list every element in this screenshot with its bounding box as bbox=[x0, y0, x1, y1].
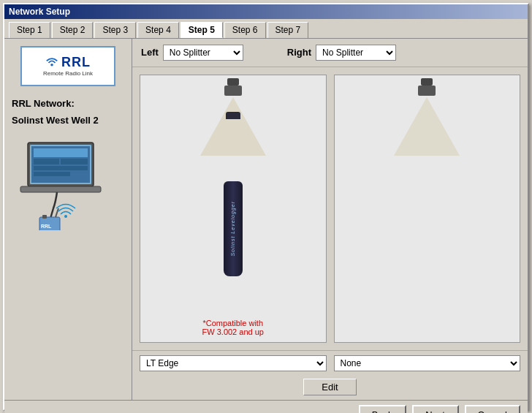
svg-rect-8 bbox=[34, 172, 70, 176]
main-window: Network Setup Step 1 Step 2 Step 3 Step … bbox=[3, 3, 529, 411]
logo-box: RRL Remote Radio Link bbox=[20, 46, 115, 86]
next-underline: N bbox=[425, 409, 432, 414]
svg-point-14 bbox=[64, 215, 67, 218]
splitter-row: Left No Splitter Right No Splitter bbox=[132, 39, 528, 67]
sensor-area: Solinst Levelogger *Compatible withFW 3.… bbox=[132, 67, 528, 350]
svg-rect-6 bbox=[61, 159, 88, 164]
svg-text:RRL: RRL bbox=[41, 224, 52, 229]
main-panel: Left No Splitter Right No Splitter bbox=[132, 39, 528, 400]
svg-rect-19 bbox=[418, 86, 436, 96]
right-sensor-slot bbox=[334, 75, 521, 343]
svg-marker-20 bbox=[394, 97, 460, 156]
signal-icon bbox=[45, 56, 58, 69]
svg-rect-4 bbox=[34, 148, 88, 157]
right-splitter-select[interactable]: No Splitter bbox=[316, 45, 396, 61]
tab-step4[interactable]: Step 4 bbox=[137, 22, 179, 38]
cancel-button[interactable]: Cancel bbox=[465, 405, 520, 414]
tab-step2[interactable]: Step 2 bbox=[52, 22, 94, 38]
right-splitter-label: Right bbox=[287, 47, 311, 58]
tab-step1[interactable]: Step 1 bbox=[9, 22, 50, 38]
back-button[interactable]: Back bbox=[359, 405, 406, 414]
svg-rect-15 bbox=[227, 78, 239, 86]
logo-text: RRL bbox=[61, 55, 91, 70]
bottom-selectors: LT Edge None LT Gold None LT Edge LT Gol… bbox=[132, 350, 528, 376]
laptop-illustration: RRL bbox=[13, 135, 123, 230]
tab-step7[interactable]: Step 7 bbox=[267, 22, 309, 38]
window-title: Network Setup bbox=[9, 7, 70, 17]
tabs-bar: Step 1 Step 2 Step 3 Step 4 Step 5 Step … bbox=[4, 19, 528, 39]
right-sensor-select-group: None LT Edge LT Gold bbox=[334, 355, 521, 371]
levelogger-label: Solinst Levelogger bbox=[230, 201, 235, 257]
left-splitter-select[interactable]: No Splitter bbox=[163, 45, 243, 61]
edit-button[interactable]: Edit bbox=[303, 379, 356, 395]
svg-rect-5 bbox=[34, 159, 59, 164]
sidebar: RRL Remote Radio Link RRL Network: Solin… bbox=[4, 39, 132, 400]
cancel-underline: C bbox=[478, 409, 484, 414]
left-sensor-slot: Solinst Levelogger *Compatible withFW 3.… bbox=[140, 75, 327, 343]
svg-point-0 bbox=[50, 63, 53, 66]
edit-row: Edit bbox=[132, 376, 528, 400]
tab-step3[interactable]: Step 3 bbox=[94, 22, 136, 38]
svg-line-13 bbox=[56, 208, 58, 217]
left-splitter-group: Left No Splitter bbox=[141, 45, 243, 61]
network-name: Solinst West Well 2 bbox=[12, 115, 99, 126]
logo-signal: RRL bbox=[45, 55, 91, 70]
tab-step6[interactable]: Step 6 bbox=[224, 22, 266, 38]
content-area: RRL Remote Radio Link RRL Network: Solin… bbox=[4, 39, 528, 400]
svg-rect-11 bbox=[42, 215, 47, 219]
footer-bar: Back Next Cancel bbox=[4, 400, 528, 414]
levelogger-device: Solinst Levelogger bbox=[224, 181, 243, 276]
right-splitter-group: Right No Splitter bbox=[287, 45, 396, 61]
network-label: RRL Network: bbox=[12, 98, 75, 109]
left-sensor-select-group: LT Edge None LT Gold bbox=[140, 355, 327, 371]
title-bar: Network Setup bbox=[4, 4, 528, 19]
left-sensor-select[interactable]: LT Edge None LT Gold bbox=[140, 355, 327, 371]
back-underline: B bbox=[372, 409, 379, 414]
svg-rect-7 bbox=[34, 166, 88, 170]
svg-rect-16 bbox=[224, 86, 242, 96]
tab-step5[interactable]: Step 5 bbox=[180, 22, 223, 38]
svg-rect-9 bbox=[20, 186, 101, 192]
left-splitter-label: Left bbox=[141, 47, 159, 58]
compatible-text: *Compatible withFW 3.002 and up bbox=[202, 319, 264, 336]
right-sensor-select[interactable]: None LT Edge LT Gold bbox=[334, 355, 521, 371]
svg-rect-18 bbox=[421, 78, 433, 86]
logo-subtitle: Remote Radio Link bbox=[43, 70, 93, 77]
next-button[interactable]: Next bbox=[412, 405, 459, 414]
right-beam bbox=[390, 97, 463, 156]
